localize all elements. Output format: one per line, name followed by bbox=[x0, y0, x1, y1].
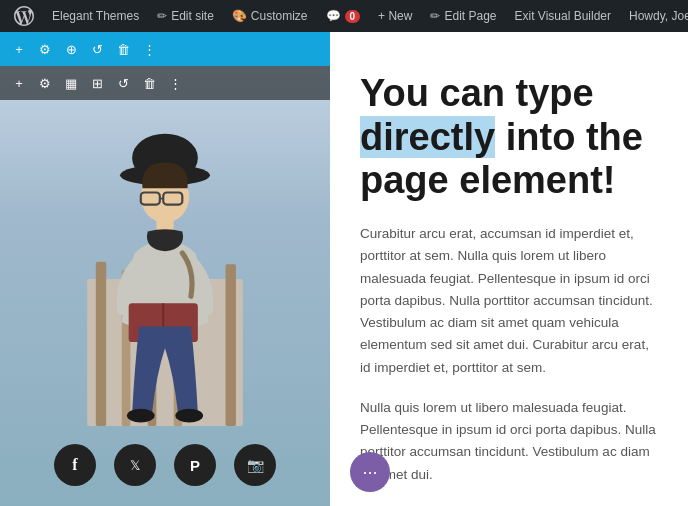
right-column: You can type directly into the page elem… bbox=[330, 32, 688, 506]
edit-page-label: Edit Page bbox=[444, 9, 496, 23]
heading-line2-rest: into the bbox=[495, 116, 643, 158]
module-toolbar: + ⚙ ⊕ ↺ 🗑 ⋮ + ⚙ ▦ ⊞ ↺ 🗑 ⋮ bbox=[0, 32, 330, 100]
more-button-1[interactable]: ⋮ bbox=[138, 38, 160, 60]
new-menu[interactable]: + New bbox=[370, 0, 420, 32]
instagram-icon: 📷 bbox=[247, 457, 264, 473]
customize-icon: 🎨 bbox=[232, 9, 247, 23]
svg-point-16 bbox=[175, 409, 203, 423]
edit-page-icon: ✏ bbox=[430, 9, 440, 23]
elegant-themes-menu[interactable]: Elegant Themes bbox=[44, 0, 147, 32]
body-paragraph-1[interactable]: Curabitur arcu erat, accumsan id imperdi… bbox=[360, 223, 658, 379]
person-illustration bbox=[75, 106, 255, 426]
settings-button-2[interactable]: ⚙ bbox=[34, 72, 56, 94]
grid-button[interactable]: ⊞ bbox=[86, 72, 108, 94]
hero-image bbox=[0, 32, 330, 506]
main-heading[interactable]: You can type directly into the page elem… bbox=[360, 72, 658, 203]
instagram-button[interactable]: 📷 bbox=[234, 444, 276, 486]
facebook-icon: f bbox=[72, 456, 77, 474]
admin-bar-right: Howdy, Joe 🔍 bbox=[621, 4, 688, 28]
delete-button-2[interactable]: 🗑 bbox=[138, 72, 160, 94]
comments-menu[interactable]: 💬 0 bbox=[318, 0, 369, 32]
settings-button-1[interactable]: ⚙ bbox=[34, 38, 56, 60]
chat-bubble-icon: ··· bbox=[362, 462, 377, 483]
disable-button-1[interactable]: ↺ bbox=[86, 38, 108, 60]
edit-site-menu[interactable]: ✏ Edit site bbox=[149, 0, 222, 32]
body-paragraph-2[interactable]: Nulla quis lorem ut libero malesuada feu… bbox=[360, 397, 658, 486]
social-icons-row: f 𝕏 P 📷 bbox=[0, 444, 330, 486]
disable-button-2[interactable]: ↺ bbox=[112, 72, 134, 94]
exit-visual-builder-menu[interactable]: Exit Visual Builder bbox=[507, 0, 620, 32]
chat-bubble-button[interactable]: ··· bbox=[350, 452, 390, 492]
svg-point-15 bbox=[127, 409, 155, 423]
edit-site-label: Edit site bbox=[171, 9, 214, 23]
toolbar-row-2: + ⚙ ▦ ⊞ ↺ 🗑 ⋮ bbox=[0, 66, 330, 100]
edit-site-icon: ✏ bbox=[157, 9, 167, 23]
copy-button-1[interactable]: ⊕ bbox=[60, 38, 82, 60]
customize-label: Customize bbox=[251, 9, 308, 23]
main-content: + ⚙ ⊕ ↺ 🗑 ⋮ + ⚙ ▦ ⊞ ↺ 🗑 ⋮ bbox=[0, 32, 688, 506]
exit-visual-builder-label: Exit Visual Builder bbox=[515, 9, 612, 23]
heading-line1: You can type bbox=[360, 72, 594, 114]
admin-bar: Elegant Themes ✏ Edit site 🎨 Customize 💬… bbox=[0, 0, 688, 32]
more-button-2[interactable]: ⋮ bbox=[164, 72, 186, 94]
new-label: + New bbox=[378, 9, 412, 23]
layout-button[interactable]: ▦ bbox=[60, 72, 82, 94]
left-column: + ⚙ ⊕ ↺ 🗑 ⋮ + ⚙ ▦ ⊞ ↺ 🗑 ⋮ bbox=[0, 32, 330, 506]
twitter-button[interactable]: 𝕏 bbox=[114, 444, 156, 486]
svg-rect-1 bbox=[96, 262, 106, 426]
heading-line3: page element! bbox=[360, 159, 616, 201]
heading-highlight: directly bbox=[360, 116, 495, 158]
add-row-button[interactable]: + bbox=[8, 72, 30, 94]
twitter-icon: 𝕏 bbox=[130, 458, 140, 473]
facebook-button[interactable]: f bbox=[54, 444, 96, 486]
svg-rect-5 bbox=[226, 264, 236, 426]
wp-logo[interactable] bbox=[6, 0, 42, 32]
edit-page-menu[interactable]: ✏ Edit Page bbox=[422, 0, 504, 32]
elegant-themes-label: Elegant Themes bbox=[52, 9, 139, 23]
delete-button-1[interactable]: 🗑 bbox=[112, 38, 134, 60]
pinterest-button[interactable]: P bbox=[174, 444, 216, 486]
comment-icon: 💬 bbox=[326, 9, 341, 23]
pinterest-icon: P bbox=[190, 457, 200, 474]
comments-count: 0 bbox=[345, 10, 361, 23]
customize-menu[interactable]: 🎨 Customize bbox=[224, 0, 316, 32]
howdy-menu[interactable]: Howdy, Joe 🔍 bbox=[621, 4, 688, 28]
add-module-button[interactable]: + bbox=[8, 38, 30, 60]
toolbar-row-1: + ⚙ ⊕ ↺ 🗑 ⋮ bbox=[0, 32, 330, 66]
howdy-label: Howdy, Joe bbox=[629, 9, 688, 23]
